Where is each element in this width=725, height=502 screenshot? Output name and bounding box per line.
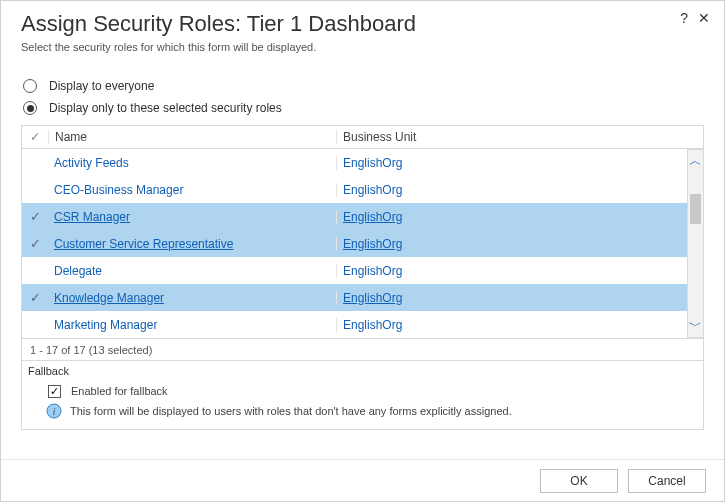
ok-button[interactable]: OK xyxy=(540,469,618,493)
business-unit-link[interactable]: EnglishOrg xyxy=(336,264,703,278)
cancel-button[interactable]: Cancel xyxy=(628,469,706,493)
radio-label: Display only to these selected security … xyxy=(49,101,282,115)
scrollbar[interactable]: ︿ ﹀ xyxy=(687,149,704,338)
dialog-subtitle: Select the security roles for which this… xyxy=(21,41,704,53)
radio-icon xyxy=(23,101,37,115)
row-check-icon[interactable]: ✓ xyxy=(22,290,48,305)
business-unit-link[interactable]: EnglishOrg xyxy=(336,156,703,170)
table-row[interactable]: ✓Marketing ManagerEnglishOrg xyxy=(22,311,703,338)
row-check-icon[interactable]: ✓ xyxy=(22,209,48,224)
business-unit-link[interactable]: EnglishOrg xyxy=(336,237,703,251)
scroll-down-icon[interactable]: ﹀ xyxy=(689,315,702,337)
business-unit-link[interactable]: EnglishOrg xyxy=(336,318,703,332)
scroll-track[interactable] xyxy=(688,172,703,315)
table-row[interactable]: ✓Knowledge ManagerEnglishOrg xyxy=(22,284,703,311)
assign-security-roles-dialog: ? ✕ Assign Security Roles: Tier 1 Dashbo… xyxy=(0,0,725,502)
col-header-bu[interactable]: Business Unit xyxy=(336,130,703,144)
row-check-icon[interactable]: ✓ xyxy=(22,263,48,278)
table-row[interactable]: ✓Customer Service RepresentativeEnglishO… xyxy=(22,230,703,257)
radio-icon xyxy=(23,79,37,93)
scroll-up-icon[interactable]: ︿ xyxy=(689,150,702,172)
radio-display-selected[interactable]: Display only to these selected security … xyxy=(21,97,704,119)
pager: 1 - 17 of 17 (13 selected) xyxy=(21,339,704,361)
close-icon[interactable]: ✕ xyxy=(698,11,710,25)
scroll-thumb[interactable] xyxy=(690,194,701,224)
table-row[interactable]: ✓DelegateEnglishOrg xyxy=(22,257,703,284)
role-name-link[interactable]: CSR Manager xyxy=(48,210,336,224)
role-name-link[interactable]: CEO-Business Manager xyxy=(48,183,336,197)
svg-text:i: i xyxy=(52,405,55,417)
role-name-link[interactable]: Activity Feeds xyxy=(48,156,336,170)
row-check-icon[interactable]: ✓ xyxy=(22,155,48,170)
table-row[interactable]: ✓CEO-Business ManagerEnglishOrg xyxy=(22,176,703,203)
business-unit-link[interactable]: EnglishOrg xyxy=(336,183,703,197)
fallback-heading: Fallback xyxy=(28,365,697,377)
fallback-info: This form will be displayed to users wit… xyxy=(70,405,512,417)
role-name-link[interactable]: Marketing Manager xyxy=(48,318,336,332)
row-check-icon[interactable]: ✓ xyxy=(22,182,48,197)
select-all-checkbox[interactable]: ✓ xyxy=(22,130,48,144)
info-icon: i xyxy=(46,403,62,419)
role-name-link[interactable]: Delegate xyxy=(48,264,336,278)
table-header: ✓ Name Business Unit xyxy=(21,125,704,149)
table-row[interactable]: ✓Activity FeedsEnglishOrg xyxy=(22,149,703,176)
fallback-checkbox[interactable]: ✓ xyxy=(48,385,61,398)
radio-label: Display to everyone xyxy=(49,79,154,93)
radio-display-everyone[interactable]: Display to everyone xyxy=(21,75,704,97)
table-row[interactable]: ✓CSR ManagerEnglishOrg xyxy=(22,203,703,230)
col-header-name[interactable]: Name xyxy=(48,130,336,144)
business-unit-link[interactable]: EnglishOrg xyxy=(336,210,703,224)
roles-table: ✓ Name Business Unit ✓Activity FeedsEngl… xyxy=(21,125,704,430)
role-name-link[interactable]: Knowledge Manager xyxy=(48,291,336,305)
fallback-label: Enabled for fallback xyxy=(71,385,168,397)
fallback-section: Fallback ✓ Enabled for fallback i This f… xyxy=(21,361,704,430)
row-check-icon[interactable]: ✓ xyxy=(22,236,48,251)
dialog-title: Assign Security Roles: Tier 1 Dashboard xyxy=(21,11,704,37)
row-check-icon[interactable]: ✓ xyxy=(22,317,48,332)
business-unit-link[interactable]: EnglishOrg xyxy=(336,291,703,305)
help-icon[interactable]: ? xyxy=(680,11,688,25)
role-name-link[interactable]: Customer Service Representative xyxy=(48,237,336,251)
dialog-footer: OK Cancel xyxy=(1,459,724,501)
